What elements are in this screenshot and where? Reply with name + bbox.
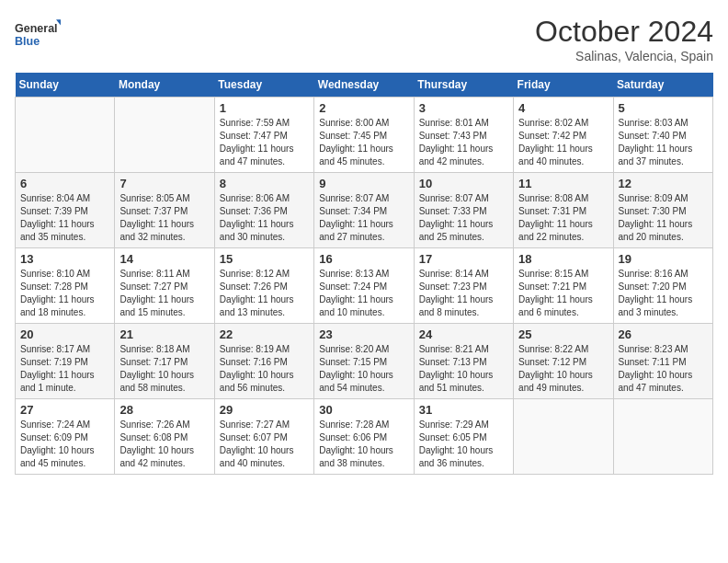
calendar-cell: 6Sunrise: 8:04 AM Sunset: 7:39 PM Daylig… <box>16 173 115 248</box>
day-detail: Sunrise: 7:24 AM Sunset: 6:09 PM Dayligh… <box>20 419 109 470</box>
day-detail: Sunrise: 7:29 AM Sunset: 6:05 PM Dayligh… <box>419 419 508 470</box>
weekday-header-tuesday: Tuesday <box>214 73 313 98</box>
calendar-cell: 24Sunrise: 8:21 AM Sunset: 7:13 PM Dayli… <box>414 324 513 399</box>
calendar-cell: 27Sunrise: 7:24 AM Sunset: 6:09 PM Dayli… <box>16 399 115 475</box>
day-number: 16 <box>319 252 408 266</box>
calendar-cell: 22Sunrise: 8:19 AM Sunset: 7:16 PM Dayli… <box>214 324 313 399</box>
day-number: 12 <box>619 177 708 190</box>
calendar-cell: 14Sunrise: 8:11 AM Sunset: 7:27 PM Dayli… <box>115 248 214 324</box>
day-number: 3 <box>419 101 508 115</box>
day-detail: Sunrise: 8:12 AM Sunset: 7:26 PM Dayligh… <box>220 268 309 319</box>
calendar-cell: 8Sunrise: 8:06 AM Sunset: 7:36 PM Daylig… <box>214 173 313 248</box>
calendar-cell: 29Sunrise: 7:27 AM Sunset: 6:07 PM Dayli… <box>214 399 313 475</box>
day-number: 22 <box>220 327 309 341</box>
day-detail: Sunrise: 7:26 AM Sunset: 6:08 PM Dayligh… <box>119 419 209 470</box>
day-detail: Sunrise: 8:01 AM Sunset: 7:43 PM Dayligh… <box>419 117 508 168</box>
calendar-cell <box>613 399 712 475</box>
calendar-cell: 18Sunrise: 8:15 AM Sunset: 7:21 PM Dayli… <box>514 248 613 324</box>
calendar-cell: 7Sunrise: 8:05 AM Sunset: 7:37 PM Daylig… <box>115 173 214 248</box>
calendar-cell: 1Sunrise: 7:59 AM Sunset: 7:47 PM Daylig… <box>214 98 313 173</box>
day-number: 1 <box>220 101 309 115</box>
day-number: 18 <box>518 252 608 266</box>
day-number: 29 <box>220 403 309 417</box>
calendar-cell: 15Sunrise: 8:12 AM Sunset: 7:26 PM Dayli… <box>214 248 313 324</box>
day-number: 15 <box>220 252 309 266</box>
day-number: 11 <box>518 177 608 190</box>
calendar-week-row: 1Sunrise: 7:59 AM Sunset: 7:47 PM Daylig… <box>16 98 713 173</box>
logo: General Blue <box>15 15 61 53</box>
calendar-cell: 20Sunrise: 8:17 AM Sunset: 7:19 PM Dayli… <box>16 324 115 399</box>
calendar-cell: 23Sunrise: 8:20 AM Sunset: 7:15 PM Dayli… <box>314 324 414 399</box>
calendar-cell: 13Sunrise: 8:10 AM Sunset: 7:28 PM Dayli… <box>16 248 115 324</box>
day-detail: Sunrise: 8:16 AM Sunset: 7:20 PM Dayligh… <box>619 268 708 319</box>
calendar-week-row: 6Sunrise: 8:04 AM Sunset: 7:39 PM Daylig… <box>16 173 713 248</box>
calendar-week-row: 27Sunrise: 7:24 AM Sunset: 6:09 PM Dayli… <box>16 399 713 475</box>
calendar-week-row: 20Sunrise: 8:17 AM Sunset: 7:19 PM Dayli… <box>16 324 713 399</box>
calendar-cell: 21Sunrise: 8:18 AM Sunset: 7:17 PM Dayli… <box>115 324 214 399</box>
day-number: 23 <box>319 327 408 341</box>
day-detail: Sunrise: 8:17 AM Sunset: 7:19 PM Dayligh… <box>20 343 109 395</box>
svg-text:General: General <box>15 22 58 35</box>
month-title: October 2024 <box>535 15 713 49</box>
calendar-cell: 2Sunrise: 8:00 AM Sunset: 7:45 PM Daylig… <box>314 98 414 173</box>
calendar-cell: 28Sunrise: 7:26 AM Sunset: 6:08 PM Dayli… <box>115 399 214 475</box>
weekday-header-row: SundayMondayTuesdayWednesdayThursdayFrid… <box>16 73 713 98</box>
day-number: 14 <box>119 252 209 266</box>
calendar-cell <box>115 98 214 173</box>
calendar-cell <box>16 98 115 173</box>
page-header: General Blue October 2024 Salinas, Valen… <box>15 15 713 63</box>
calendar-cell: 16Sunrise: 8:13 AM Sunset: 7:24 PM Dayli… <box>314 248 414 324</box>
weekday-header-friday: Friday <box>514 73 613 98</box>
location-subtitle: Salinas, Valencia, Spain <box>535 49 713 63</box>
day-number: 27 <box>20 403 109 417</box>
day-detail: Sunrise: 7:28 AM Sunset: 6:06 PM Dayligh… <box>319 419 408 470</box>
day-detail: Sunrise: 8:06 AM Sunset: 7:36 PM Dayligh… <box>220 192 309 244</box>
day-detail: Sunrise: 7:27 AM Sunset: 6:07 PM Dayligh… <box>220 419 309 470</box>
calendar-cell: 11Sunrise: 8:08 AM Sunset: 7:31 PM Dayli… <box>514 173 613 248</box>
calendar-cell: 25Sunrise: 8:22 AM Sunset: 7:12 PM Dayli… <box>514 324 613 399</box>
weekday-header-sunday: Sunday <box>16 73 115 98</box>
day-detail: Sunrise: 8:22 AM Sunset: 7:12 PM Dayligh… <box>518 343 608 395</box>
calendar-cell: 12Sunrise: 8:09 AM Sunset: 7:30 PM Dayli… <box>613 173 712 248</box>
day-detail: Sunrise: 8:05 AM Sunset: 7:37 PM Dayligh… <box>119 192 209 244</box>
title-block: October 2024 Salinas, Valencia, Spain <box>535 15 713 63</box>
calendar-cell: 26Sunrise: 8:23 AM Sunset: 7:11 PM Dayli… <box>613 324 712 399</box>
calendar-cell: 3Sunrise: 8:01 AM Sunset: 7:43 PM Daylig… <box>414 98 513 173</box>
weekday-header-monday: Monday <box>115 73 214 98</box>
day-number: 13 <box>20 252 109 266</box>
day-number: 2 <box>319 101 408 115</box>
day-number: 6 <box>20 177 109 190</box>
day-detail: Sunrise: 8:18 AM Sunset: 7:17 PM Dayligh… <box>119 343 209 395</box>
day-detail: Sunrise: 8:09 AM Sunset: 7:30 PM Dayligh… <box>619 192 708 244</box>
calendar-cell: 10Sunrise: 8:07 AM Sunset: 7:33 PM Dayli… <box>414 173 513 248</box>
day-number: 5 <box>619 101 708 115</box>
day-number: 7 <box>119 177 209 190</box>
day-detail: Sunrise: 8:20 AM Sunset: 7:15 PM Dayligh… <box>319 343 408 395</box>
day-number: 28 <box>119 403 209 417</box>
calendar-week-row: 13Sunrise: 8:10 AM Sunset: 7:28 PM Dayli… <box>16 248 713 324</box>
day-detail: Sunrise: 8:08 AM Sunset: 7:31 PM Dayligh… <box>518 192 608 244</box>
weekday-header-thursday: Thursday <box>414 73 513 98</box>
calendar-cell: 4Sunrise: 8:02 AM Sunset: 7:42 PM Daylig… <box>514 98 613 173</box>
day-number: 21 <box>119 327 209 341</box>
day-number: 19 <box>619 252 708 266</box>
day-detail: Sunrise: 8:03 AM Sunset: 7:40 PM Dayligh… <box>619 117 708 168</box>
weekday-header-saturday: Saturday <box>613 73 712 98</box>
day-number: 31 <box>419 403 508 417</box>
day-number: 24 <box>419 327 508 341</box>
logo-svg: General Blue <box>15 15 61 53</box>
day-detail: Sunrise: 8:07 AM Sunset: 7:33 PM Dayligh… <box>419 192 508 244</box>
calendar-cell: 5Sunrise: 8:03 AM Sunset: 7:40 PM Daylig… <box>613 98 712 173</box>
day-number: 8 <box>220 177 309 190</box>
day-detail: Sunrise: 8:07 AM Sunset: 7:34 PM Dayligh… <box>319 192 408 244</box>
day-detail: Sunrise: 8:02 AM Sunset: 7:42 PM Dayligh… <box>518 117 608 168</box>
calendar-cell: 31Sunrise: 7:29 AM Sunset: 6:05 PM Dayli… <box>414 399 513 475</box>
day-detail: Sunrise: 7:59 AM Sunset: 7:47 PM Dayligh… <box>220 117 309 168</box>
day-detail: Sunrise: 8:10 AM Sunset: 7:28 PM Dayligh… <box>20 268 109 319</box>
day-number: 30 <box>319 403 408 417</box>
day-detail: Sunrise: 8:14 AM Sunset: 7:23 PM Dayligh… <box>419 268 508 319</box>
day-detail: Sunrise: 8:19 AM Sunset: 7:16 PM Dayligh… <box>220 343 309 395</box>
day-detail: Sunrise: 8:00 AM Sunset: 7:45 PM Dayligh… <box>319 117 408 168</box>
calendar-cell: 30Sunrise: 7:28 AM Sunset: 6:06 PM Dayli… <box>314 399 414 475</box>
day-detail: Sunrise: 8:13 AM Sunset: 7:24 PM Dayligh… <box>319 268 408 319</box>
